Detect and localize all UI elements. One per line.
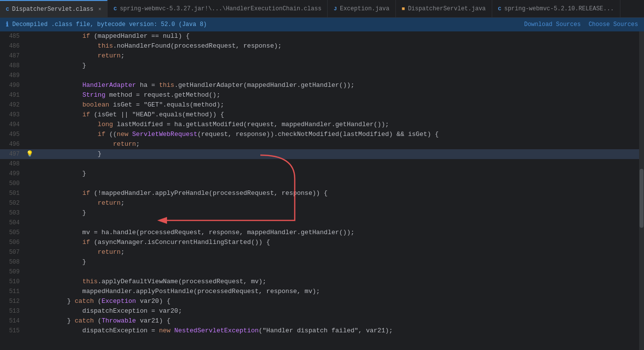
line-number: 493 (0, 110, 25, 120)
gutter-extra (25, 179, 34, 188)
table-row: 492 boolean isGet = "GET".equals(method)… (0, 100, 639, 110)
code-content: dispatchException = new NestedServletExc… (34, 326, 639, 336)
gutter-extra (25, 120, 34, 130)
table-row: 501 if (!mappedHandler.applyPreHandle(pr… (0, 188, 639, 198)
editor-container: 485 if (mappedHandler == null) {486 this… (0, 31, 644, 350)
code-content: mv = ha.handle(processedRequest, respons… (34, 228, 639, 238)
code-content (34, 218, 639, 228)
gutter-extra (25, 130, 34, 139)
table-row: 508 } (0, 257, 639, 267)
gutter-extra (25, 51, 34, 61)
tab-icon-java: J (334, 6, 337, 12)
line-number: 494 (0, 120, 25, 130)
table-row: 487 return; (0, 51, 639, 61)
code-content: String method = request.getMethod(); (34, 90, 639, 100)
gutter-extra (25, 139, 34, 149)
line-number: 505 (0, 228, 25, 238)
table-row: 490 HandlerAdapter ha = this.getHandlerA… (0, 81, 639, 90)
tab-label5: spring-webmvc-5.2.10.RELEASE... (504, 5, 614, 12)
download-sources-link[interactable]: Download Sources (524, 21, 581, 28)
line-number: 498 (0, 159, 25, 169)
table-row: 491 String method = request.getMethod(); (0, 90, 639, 100)
tab-exception-java[interactable]: J Exception.java (328, 0, 395, 18)
tab-icon-class2: C (113, 6, 117, 12)
table-row: 514 } catch (Throwable var21) { (0, 316, 639, 326)
choose-sources-link[interactable]: Choose Sources (588, 21, 638, 28)
gutter-extra (25, 267, 34, 277)
gutter-extra (25, 257, 34, 267)
line-number: 514 (0, 316, 25, 326)
code-content: } catch (Exception var20) { (34, 296, 639, 306)
line-number: 499 (0, 169, 25, 179)
table-row: 495 if ((new ServletWebRequest(request, … (0, 130, 639, 139)
line-number: 507 (0, 247, 25, 257)
code-content: } (34, 257, 639, 267)
line-number: 500 (0, 179, 25, 188)
tab-icon-class: C (6, 6, 9, 12)
line-number: 512 (0, 296, 25, 306)
code-content: HandlerAdapter ha = this.getHandlerAdapt… (34, 81, 639, 90)
table-row: 498 (0, 159, 639, 169)
gutter-extra (25, 296, 34, 306)
line-number: 502 (0, 198, 25, 208)
code-content: mappedHandler.applyPostHandle(processedR… (34, 287, 639, 296)
gutter-extra (25, 100, 34, 110)
code-content (34, 159, 639, 169)
tab-close-button[interactable]: × (98, 7, 101, 12)
table-row: 513 dispatchException = var20; (0, 306, 639, 316)
tab-dispatcher-servlet-java[interactable]: ■ DispatcherServlet.java (396, 0, 492, 18)
gutter-extra (25, 306, 34, 316)
line-number: 486 (0, 41, 25, 51)
code-content: this.noHandlerFound(processedRequest, re… (34, 41, 639, 51)
tab-spring-webmvc-release[interactable]: C spring-webmvc-5.2.10.RELEASE... (492, 0, 620, 18)
gutter-extra (25, 198, 34, 208)
table-row: 511 mappedHandler.applyPostHandle(proces… (0, 287, 639, 296)
code-content: if (isGet || "HEAD".equals(method)) { (34, 110, 639, 120)
table-row: 488 } (0, 61, 639, 71)
table-row: 485 if (mappedHandler == null) { (0, 31, 639, 41)
line-number: 489 (0, 71, 25, 81)
code-content: } (34, 169, 639, 179)
line-number: 513 (0, 306, 25, 316)
gutter-extra (25, 316, 34, 326)
code-content (34, 179, 639, 188)
tab-label2: spring-webmvc-5.3.27.jar!\...\HandlerExe… (120, 5, 321, 12)
scrollbar[interactable] (639, 31, 644, 350)
gutter-extra (25, 81, 34, 90)
code-content: } catch (Throwable var21) { (34, 316, 639, 326)
table-row: 494 long lastModified = ha.getLastModifi… (0, 120, 639, 130)
table-row: 507 return; (0, 247, 639, 257)
gutter-extra (25, 110, 34, 120)
line-number: 496 (0, 139, 25, 149)
info-message: Decompiled .class file, bytecode version… (12, 21, 207, 28)
table-row: 512 } catch (Exception var20) { (0, 296, 639, 306)
tab-handler-execution-chain[interactable]: C spring-webmvc-5.3.27.jar!\...\HandlerE… (108, 0, 328, 18)
tab-bar: C DispatcherServlet.class × C spring-web… (0, 0, 644, 18)
table-row: 497💡 } (0, 149, 639, 159)
tab-dispatcher-servlet-class[interactable]: C DispatcherServlet.class × (0, 0, 108, 18)
table-row: 486 this.noHandlerFound(processedRequest… (0, 41, 639, 51)
code-content (34, 71, 639, 81)
code-table: 485 if (mappedHandler == null) {486 this… (0, 31, 639, 336)
line-number: 509 (0, 267, 25, 277)
code-area[interactable]: 485 if (mappedHandler == null) {486 this… (0, 31, 639, 350)
code-content: if (!mappedHandler.applyPreHandle(proces… (34, 188, 639, 198)
gutter-extra (25, 31, 34, 41)
table-row: 489 (0, 71, 639, 81)
line-number: 511 (0, 287, 25, 296)
gutter-extra (25, 169, 34, 179)
code-content: return; (34, 51, 639, 61)
tab-icon-java2: ■ (402, 6, 405, 12)
bulb-icon[interactable]: 💡 (26, 151, 33, 158)
line-number: 503 (0, 208, 25, 218)
line-number: 508 (0, 257, 25, 267)
code-content: if (asyncManager.isConcurrentHandlingSta… (34, 238, 639, 247)
line-number: 506 (0, 238, 25, 247)
code-content (34, 267, 639, 277)
code-content: return; (34, 139, 639, 149)
code-content: return; (34, 198, 639, 208)
line-number: 504 (0, 218, 25, 228)
table-row: 500 (0, 179, 639, 188)
tab-label: DispatcherServlet.class (12, 6, 94, 13)
scrollbar-thumb[interactable] (640, 169, 644, 228)
